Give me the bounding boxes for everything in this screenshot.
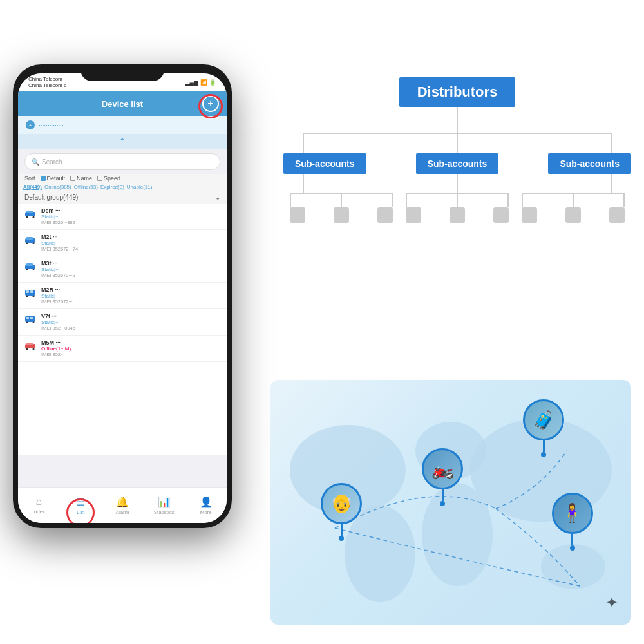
nav-list[interactable]: ☰ List	[60, 496, 102, 515]
distributor-box: Distributors	[399, 77, 516, 107]
lower-sub-v-2c	[507, 194, 509, 207]
app-header: Device list +	[18, 91, 227, 116]
device-info: M2R ··· Static|··· IMEI:352672···	[41, 287, 220, 305]
device-status: Static|···	[41, 293, 220, 299]
bottom-nav: ⌂ Index ☰ List 🔔 Alarm 📊 Statistics	[18, 487, 227, 523]
car-offline-icon	[24, 341, 36, 352]
filter-all[interactable]: All(449)	[23, 184, 42, 190]
sub-account-box-1: Sub-accounts	[283, 153, 366, 174]
sort-speed[interactable]: Speed	[97, 175, 120, 182]
car-icon	[24, 235, 36, 247]
device-info: M2t ··· Static|··· IMEI:352672···74	[41, 234, 220, 252]
filter-offline[interactable]: Offline(53)	[74, 184, 98, 190]
pin-elderly: 👴	[321, 483, 362, 541]
svg-rect-19	[30, 317, 33, 319]
list-item[interactable]: M3t ··· Static|··· IMEI:352672···2	[18, 256, 227, 283]
distributor-row: Distributors	[277, 77, 638, 107]
placeholder-box	[406, 207, 421, 223]
svg-rect-5	[26, 237, 33, 240]
alarm-icon: 🔔	[116, 496, 129, 508]
nav-more[interactable]: 👤 More	[185, 496, 227, 515]
world-map-section: 👴 🏍️ 🧳 🧍‍♀️ ✦	[270, 380, 631, 625]
org-vline-main	[457, 107, 458, 133]
phone-notch	[80, 64, 164, 81]
pin-girl: 🧍‍♀️	[552, 493, 593, 551]
list-item[interactable]: M2t ··· Static|··· IMEI:352672···74	[18, 230, 227, 256]
lower-col-2	[406, 193, 509, 223]
placeholder-box	[609, 207, 625, 223]
device-name: M3t ···	[41, 260, 220, 267]
list-item[interactable]: M5M ··· Offline(1···M) IMEI:352···	[18, 336, 227, 362]
search-bar[interactable]: 🔍 Search	[24, 153, 220, 170]
list-item[interactable]: Dem ··· Static|··· IMEI:3526···382	[18, 204, 227, 230]
car-icon	[24, 209, 36, 220]
list-item[interactable]: V7t ··· Static|··· IMEI:352···0045	[18, 309, 227, 336]
device-list: Dem ··· Static|··· IMEI:3526···382	[18, 204, 227, 455]
svg-point-31	[541, 544, 605, 589]
nav-index-label: Index	[33, 509, 46, 515]
device-info: M5M ··· Offline(1···M) IMEI:352···	[41, 339, 220, 357]
device-imei: IMEI:352···0045	[41, 325, 220, 331]
lower-col-1	[290, 193, 393, 223]
sort-default-label: Default	[47, 175, 66, 182]
sort-row: Sort Default Name Speed	[18, 174, 227, 183]
lower-sub-v-1a	[290, 194, 291, 207]
bus-icon	[24, 288, 36, 299]
org-drops	[277, 134, 638, 153]
collapse-bar[interactable]: ⌃	[18, 134, 227, 149]
placeholder-box	[377, 207, 393, 223]
add-button-highlight-ring	[198, 94, 223, 118]
sub-account-box-3: Sub-accounts	[548, 153, 631, 174]
svg-rect-13	[26, 290, 29, 293]
group-header[interactable]: Default group(449) ⌄	[18, 191, 227, 204]
phone-mockup: China TelecomChina Telecom 6 ▂▄▆📶🔋 Devic…	[13, 64, 245, 554]
nav-more-label: More	[200, 509, 211, 515]
sub-account-box-2: Sub-accounts	[416, 153, 499, 174]
org-chart: Distributors Sub-accounts Sub-accounts S…	[277, 77, 638, 223]
carrier-text: China TelecomChina Telecom 6	[28, 76, 66, 88]
sub-accounts-row: Sub-accounts Sub-accounts Sub-accounts	[277, 153, 638, 174]
pin-point-elderly	[339, 536, 344, 541]
pin-luggage: 🧳	[523, 399, 564, 457]
more-icon: 👤	[200, 496, 213, 508]
car-icon	[24, 261, 36, 273]
nav-alarm[interactable]: 🔔 Alarm	[102, 496, 144, 515]
filter-expired[interactable]: Expired(0)	[100, 184, 124, 190]
nav-alarm-label: Alarm	[116, 509, 129, 515]
pin-circle-girl: 🧍‍♀️	[552, 493, 593, 534]
pin-point-luggage	[541, 452, 546, 457]
filter-tabs: All(449) Online(385) Offline(53) Expired…	[18, 183, 227, 191]
sort-speed-label: Speed	[104, 175, 120, 182]
device-name: M5M ···	[41, 339, 220, 346]
device-imei: IMEI:352672···	[41, 299, 220, 305]
filter-unable[interactable]: Unable(11)	[127, 184, 153, 190]
pin-circle-motorcyclist: 🏍️	[422, 448, 463, 489]
lower-sub-v-2b	[457, 194, 458, 207]
sort-label: Sort	[24, 175, 35, 182]
sort-default[interactable]: Default	[41, 175, 66, 182]
bus-icon	[24, 314, 36, 326]
svg-rect-1	[26, 211, 33, 213]
sub-vdrop-3	[611, 174, 612, 193]
placeholder-box	[493, 207, 509, 223]
sub-account-label: ··············	[39, 122, 64, 129]
nav-index[interactable]: ⌂ Index	[18, 496, 60, 515]
filter-online[interactable]: Online(385)	[44, 184, 71, 190]
device-status: Static|···	[41, 240, 220, 246]
speed-checkbox[interactable]	[97, 176, 102, 181]
sub-vdrop-1	[303, 174, 304, 193]
list-item[interactable]: M2R ··· Static|··· IMEI:352672···	[18, 283, 227, 309]
list-button-highlight-ring	[66, 498, 95, 524]
pin-point-motorcyclist	[440, 501, 445, 506]
org-vdrop-1	[303, 134, 304, 153]
nav-statistics[interactable]: 📊 Statistics	[143, 496, 185, 515]
statistics-icon: 📊	[158, 496, 171, 508]
org-hline-container	[303, 133, 612, 134]
default-checkbox[interactable]	[41, 176, 46, 181]
sub-vdrop-2	[457, 174, 458, 193]
sort-name[interactable]: Name	[70, 175, 92, 182]
name-checkbox[interactable]	[70, 176, 75, 181]
pin-tail-elderly	[341, 524, 343, 536]
device-imei: IMEI:352672···2	[41, 272, 220, 278]
svg-rect-18	[26, 317, 29, 319]
